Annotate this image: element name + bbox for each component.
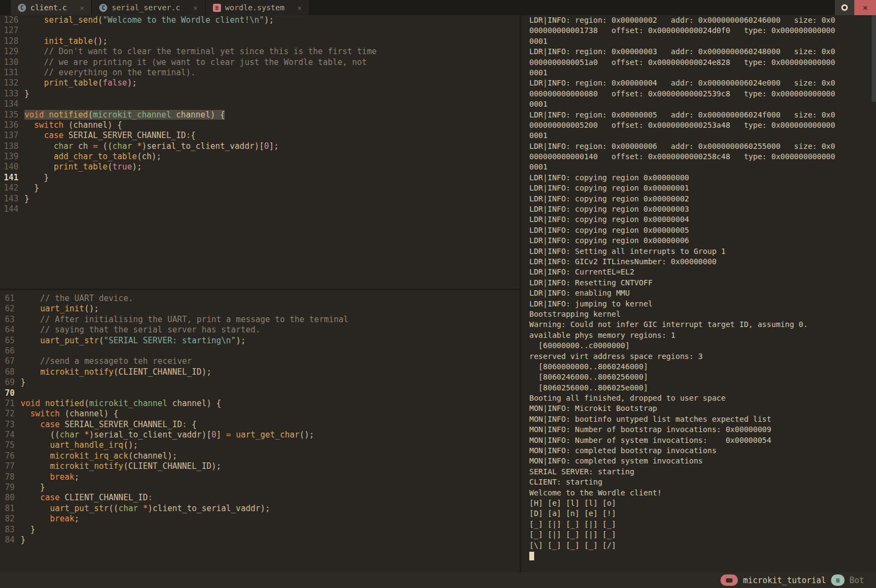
- code-line: 126 serial_send("Welcome to the Wordle c…: [0, 15, 520, 25]
- code-line: 75 uart_handle_irq();: [0, 440, 520, 450]
- tab-wordle-system[interactable]: ≡wordle.system✕: [206, 0, 310, 15]
- line-text: microkit_notify(CLIENT_CHANNEL_ID);: [21, 367, 211, 377]
- code-line: 127: [0, 25, 520, 36]
- line-number: 68: [0, 367, 15, 377]
- line-number: 135: [0, 110, 18, 120]
- line-text: }: [24, 194, 29, 204]
- code-line: 65 uart_put_str("SERIAL SERVER: starting…: [0, 336, 520, 346]
- line-text: serial_send("Welcome to the Wordle clien…: [24, 15, 274, 25]
- workspace-badge-icon: [721, 574, 738, 586]
- line-text: switch (channel) {: [24, 120, 122, 130]
- line-text: microkit_irq_ack(channel);: [21, 451, 177, 461]
- line-number: 81: [0, 504, 15, 514]
- terminal-line: MON|INFO: completed system invocations: [529, 456, 876, 466]
- code-line: 63 // After initialising the UART, print…: [0, 315, 520, 325]
- line-text: // After initialising the UART, print a …: [21, 315, 348, 324]
- line-text: }: [24, 173, 49, 182]
- tab-label: serial_server.c: [112, 3, 180, 12]
- line-number: 69: [0, 377, 15, 388]
- line-number: 139: [0, 152, 18, 162]
- line-number: 65: [0, 336, 15, 346]
- tab-strip: Cclient.c✕Cserial_server.c✕≡wordle.syste…: [11, 0, 310, 15]
- terminal-line: LDR|INFO: copying region 0x00000001: [529, 183, 876, 193]
- line-number: 128: [0, 36, 18, 47]
- editor-pane-client[interactable]: 126 serial_send("Welcome to the Wordle c…: [0, 15, 520, 289]
- tab-close-icon[interactable]: ✕: [193, 4, 198, 12]
- line-number: 67: [0, 356, 15, 367]
- code-line: 131 // everything on the terminal).: [0, 68, 520, 78]
- terminal-line: LDR|INFO: region: 0x00000005 addr: 0x000…: [529, 110, 876, 120]
- terminal-pane[interactable]: LDR|INFO: region: 0x00000002 addr: 0x000…: [520, 15, 876, 572]
- code-line: 81 uart_put_str((char *)client_to_serial…: [0, 504, 520, 514]
- tab-close-icon[interactable]: ✕: [80, 4, 84, 12]
- terminal-line: [_] [|] [_] [|] [_]: [529, 519, 876, 530]
- line-text: // everything on the terminal).: [24, 68, 196, 77]
- line-number: 138: [0, 141, 18, 152]
- terminal-line: MON|INFO: Number of bootstrap invocation…: [529, 424, 876, 435]
- terminal-line: LDR|INFO: copying region 0x00000005: [529, 225, 876, 236]
- line-number: 80: [0, 493, 15, 503]
- visibility-toggle-button[interactable]: [835, 0, 854, 15]
- code-line: 134: [0, 99, 520, 109]
- terminal-line: LDR|INFO: GICv2 ITLinesNumber: 0x0000000…: [529, 257, 876, 267]
- terminal-line: 0001: [529, 162, 876, 172]
- terminal-line: CLIENT: starting: [529, 477, 876, 487]
- terminal-line: LDR|INFO: copying region 0x00000002: [529, 194, 876, 204]
- terminal-scrollbar[interactable]: [872, 15, 876, 102]
- line-text: //send a messageto teh receiver: [21, 356, 192, 366]
- line-text: }: [21, 482, 45, 492]
- terminal-line: Bootstrapping kernel: [529, 309, 876, 319]
- tab-serial_server-c[interactable]: Cserial_server.c✕: [92, 0, 205, 15]
- editor-pane-serial-server[interactable]: 61 // the UART device.62 uart_init();63 …: [0, 290, 520, 572]
- line-number: 61: [0, 293, 15, 304]
- code-line: 62 uart_init();: [0, 304, 520, 314]
- terminal-line: [\] [_] [_] [_] [/]: [529, 540, 876, 551]
- terminal-line: reserved virt address space regions: 3: [529, 351, 876, 362]
- line-text: // saying that the serial server has sta…: [21, 325, 261, 335]
- terminal-line: [_] [|] [_] [|] [_]: [529, 530, 876, 540]
- bot-badge-icon: ≡: [831, 574, 845, 586]
- terminal-line: 0001: [529, 99, 876, 109]
- terminal-line: LDR|INFO: region: 0x00000002 addr: 0x000…: [529, 15, 876, 25]
- code-line: 78 break;: [0, 472, 520, 482]
- code-line: 71void notified(microkit_channel channel…: [0, 398, 520, 409]
- code-line: 133}: [0, 89, 520, 99]
- terminal-line: MON|INFO: Microkit Bootstrap: [529, 403, 876, 414]
- code-line: 141 }: [0, 173, 520, 183]
- tab-client-c[interactable]: Cclient.c✕: [11, 0, 92, 15]
- line-number: 66: [0, 346, 15, 356]
- line-text: uart_put_str((char *)client_to_serial_va…: [21, 504, 270, 513]
- line-text: // the UART device.: [21, 293, 133, 303]
- system-file-icon: ≡: [213, 4, 221, 12]
- code-line: 64 // saying that the serial server has …: [0, 325, 520, 335]
- line-number: 83: [0, 525, 15, 535]
- eye-icon: [841, 4, 848, 11]
- code-line: 73 case SERIAL_SERVER_CHANNEL_ID: {: [0, 420, 520, 430]
- tab-label: client.c: [30, 3, 67, 12]
- c-language-icon: C: [99, 4, 107, 12]
- code-line: 135void notified(microkit_channel channe…: [0, 110, 520, 120]
- line-number: 76: [0, 451, 15, 461]
- line-number: 130: [0, 57, 18, 68]
- window-close-button[interactable]: ✕: [854, 0, 876, 15]
- terminal-line: Booting all finished, dropped to user sp…: [529, 393, 876, 403]
- terminal-line: 0001: [529, 36, 876, 47]
- code-line: 132 print_table(false);: [0, 78, 520, 88]
- terminal-line: LDR|INFO: enabling MMU: [529, 288, 876, 298]
- terminal-line: [H] [e] [l] [l] [o]: [529, 498, 876, 508]
- folder-icon: [726, 578, 732, 583]
- terminal-line: [8060256000..806025e000]: [529, 383, 876, 393]
- code-line: 80 case CLIENT_CHANNEL_ID:: [0, 493, 520, 503]
- line-number: 62: [0, 304, 15, 314]
- terminal-line: 000000000005200 offset: 0x0000000000253a…: [529, 120, 876, 130]
- line-text: uart_handle_irq();: [21, 440, 138, 450]
- terminal-line: 0001: [529, 68, 876, 78]
- line-text: }: [21, 525, 35, 534]
- terminal-line: [8060246000..8060256000]: [529, 372, 876, 382]
- terminal-line: LDR|INFO: Setting all interrupts to Grou…: [529, 246, 876, 257]
- terminal-line: MON|INFO: Number of system invocations: …: [529, 435, 876, 446]
- line-number: 133: [0, 89, 18, 99]
- main-split: 126 serial_send("Welcome to the Wordle c…: [0, 15, 876, 572]
- line-number: 134: [0, 99, 18, 109]
- tab-close-icon[interactable]: ✕: [297, 4, 302, 12]
